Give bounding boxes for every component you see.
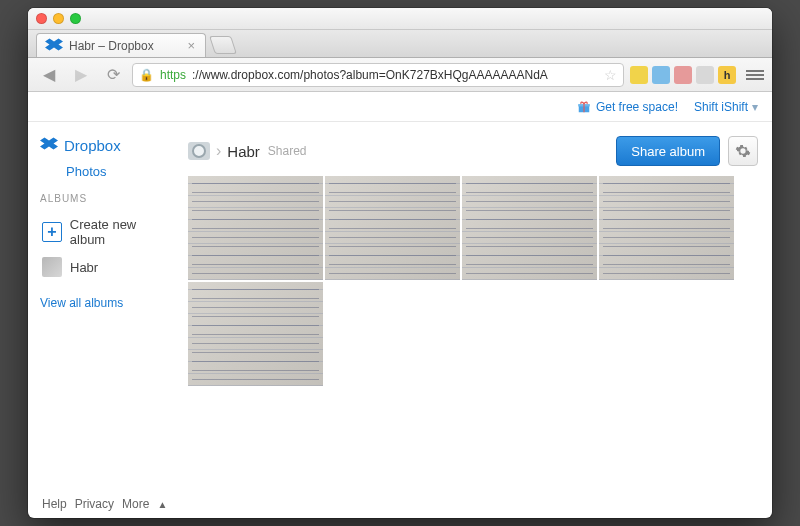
photo-thumbnail[interactable] [599,176,734,280]
minimize-window-button[interactable] [53,13,64,24]
footer-more-link[interactable]: More [122,497,149,511]
brand-label: Dropbox [64,137,121,154]
extension-icon[interactable]: h [718,66,736,84]
chevron-down-icon: ▾ [752,100,758,114]
tab-strip: Habr – Dropbox × [28,30,772,58]
camera-icon[interactable] [188,142,210,160]
panel-actions: Share album [616,136,758,166]
zoom-window-button[interactable] [70,13,81,24]
bookmark-icon[interactable]: ☆ [604,67,617,83]
close-tab-icon[interactable]: × [187,38,195,53]
sidebar-link-photos[interactable]: Photos [66,164,176,179]
tab-title: Habr – Dropbox [69,39,154,53]
gift-icon [577,100,591,114]
album-settings-button[interactable] [728,136,758,166]
footer-privacy-link[interactable]: Privacy [75,497,114,511]
photo-grid [188,176,758,386]
extension-icons: h [630,66,736,84]
chevron-right-icon: › [216,142,221,160]
reload-button[interactable]: ⟳ [100,63,126,87]
chrome-menu-button[interactable] [746,70,764,80]
tab-habr-dropbox[interactable]: Habr – Dropbox × [36,33,206,57]
main-panel: › Habr Shared Share album [188,122,772,490]
content: Dropbox Photos ALBUMS + Create new album… [28,122,772,490]
create-album-label: Create new album [70,217,174,247]
sidebar-heading-albums: ALBUMS [40,193,176,204]
photo-thumbnail[interactable] [188,282,323,386]
browser-window: Habr – Dropbox × ◀ ▶ ⟳ 🔒 https://www.dro… [28,8,772,518]
sidebar: Dropbox Photos ALBUMS + Create new album… [28,122,188,490]
get-free-space-link[interactable]: Get free space! [577,100,678,114]
extension-icon[interactable] [696,66,714,84]
url-scheme: https [160,68,186,82]
gear-icon [735,143,751,159]
photo-thumbnail[interactable] [325,176,460,280]
new-tab-button[interactable] [209,36,237,54]
footer-help-link[interactable]: Help [42,497,67,511]
plus-icon: + [42,222,62,242]
extension-icon[interactable] [630,66,648,84]
get-free-space-label: Get free space! [596,100,678,114]
lock-icon: 🔒 [139,68,154,82]
extension-icon[interactable] [652,66,670,84]
account-name: Shift iShift [694,100,748,114]
dropbox-icon [45,37,63,55]
titlebar [28,8,772,30]
create-album-button[interactable]: + Create new album [40,212,176,252]
photo-thumbnail[interactable] [188,176,323,280]
album-thumbnail [42,257,62,277]
dropbox-icon [40,136,58,154]
breadcrumb-current: Habr [227,143,260,160]
close-window-button[interactable] [36,13,47,24]
shared-badge: Shared [268,144,307,158]
extension-icon[interactable] [674,66,692,84]
share-album-button[interactable]: Share album [616,136,720,166]
panel-header: › Habr Shared Share album [188,136,758,166]
account-bar: Get free space! Shift iShift ▾ [28,92,772,122]
chevron-up-icon[interactable]: ▲ [157,499,167,510]
account-menu[interactable]: Shift iShift ▾ [694,100,758,114]
breadcrumb: › Habr Shared [188,142,307,160]
svg-rect-2 [583,104,584,112]
brand[interactable]: Dropbox [40,136,176,154]
footer: Help Privacy More ▲ [28,490,772,518]
sidebar-album-item[interactable]: Habr [40,252,176,282]
window-controls [36,13,81,24]
back-button[interactable]: ◀ [36,63,62,87]
forward-button[interactable]: ▶ [68,63,94,87]
album-name: Habr [70,260,98,275]
view-all-albums-link[interactable]: View all albums [40,296,176,310]
url-text: ://www.dropbox.com/photos?album=OnK727Bx… [192,68,548,82]
address-bar[interactable]: 🔒 https://www.dropbox.com/photos?album=O… [132,63,624,87]
toolbar: ◀ ▶ ⟳ 🔒 https://www.dropbox.com/photos?a… [28,58,772,92]
photo-thumbnail[interactable] [462,176,597,280]
